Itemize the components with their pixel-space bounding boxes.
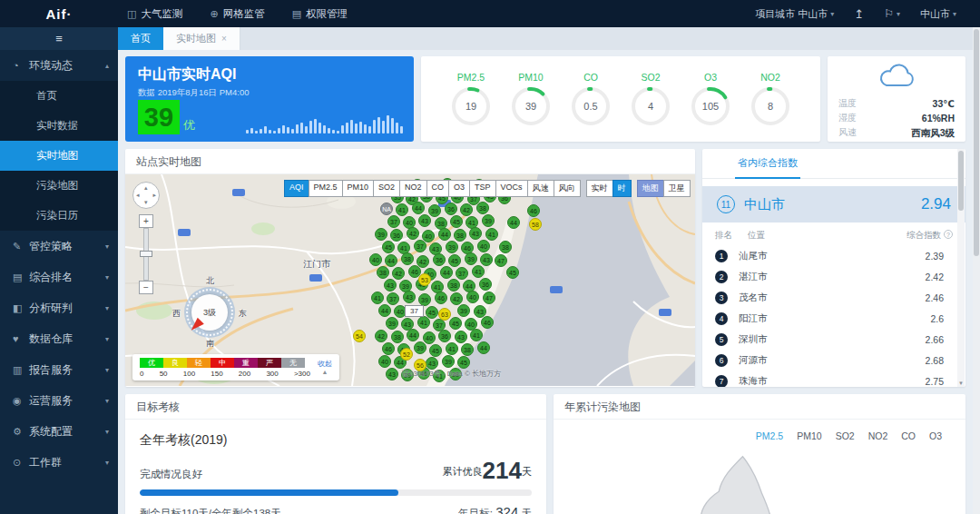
scroll-down-icon[interactable]: ▼ — [958, 381, 964, 386]
user-city-dropdown[interactable]: 中山市 ▾ — [920, 7, 956, 21]
tab-province-index[interactable]: 省内综合指数 — [735, 149, 800, 179]
station-marker[interactable]: 41 — [417, 316, 430, 329]
station-marker[interactable]: 47 — [495, 254, 507, 267]
station-marker[interactable]: 46 — [435, 292, 447, 304]
station-marker[interactable]: 39 — [465, 252, 477, 265]
topbar-menu-grid-supervision[interactable]: ⊕网格监管 — [210, 0, 264, 27]
station-marker[interactable]: 63 — [438, 308, 451, 321]
station-marker[interactable]: 36 — [445, 203, 457, 215]
map-pan-control[interactable]: ▴ ▾ ◂ ▸ — [132, 182, 160, 209]
station-marker[interactable]: 42 — [375, 330, 387, 342]
station-marker[interactable]: 41 — [446, 342, 458, 355]
station-marker[interactable]: 41 — [396, 203, 408, 216]
station-marker[interactable]: 39 — [446, 241, 458, 253]
zoom-slider[interactable] — [143, 228, 149, 281]
station-marker[interactable]: 39 — [375, 228, 387, 241]
station-marker[interactable]: 58 — [529, 218, 542, 231]
station-marker[interactable]: 45 — [382, 241, 395, 253]
station-marker[interactable]: 38 — [391, 331, 404, 343]
station-marker[interactable]: 44 — [407, 329, 419, 341]
map-btn-pm25[interactable]: PM2.5 — [309, 180, 343, 197]
station-marker[interactable]: 46 — [527, 204, 540, 217]
tab-home[interactable]: 首页 — [118, 27, 163, 50]
sidebar-item-pollution-calendar[interactable]: 污染日历 — [0, 201, 118, 231]
pollutant-tab-so2[interactable]: SO2 — [836, 430, 855, 441]
station-marker[interactable]: 37 — [456, 267, 468, 280]
page-scrollbar[interactable] — [973, 27, 980, 514]
close-icon[interactable]: × — [221, 27, 227, 50]
sidebar-group-control-strategy[interactable]: ✎管控策略▾ — [0, 231, 118, 262]
sidebar-item-home[interactable]: 首页 — [0, 81, 118, 111]
map-btn-o3[interactable]: O3 — [448, 180, 470, 197]
station-marker[interactable]: 42 — [392, 267, 405, 280]
sidebar-group-work-group[interactable]: ⊙工作群▾ — [0, 447, 118, 478]
sidebar-group-system-config[interactable]: ⚙系统配置▾ — [0, 416, 118, 447]
map-btn-so2[interactable]: SO2 — [373, 180, 400, 197]
station-marker[interactable]: 44 — [507, 216, 520, 229]
pollutant-tab-pm10[interactable]: PM10 — [797, 430, 821, 441]
station-marker[interactable]: 45 — [457, 356, 470, 369]
station-marker[interactable]: 37 — [387, 215, 400, 228]
station-marker[interactable]: 42 — [450, 292, 463, 305]
station-marker[interactable]: 45 — [448, 254, 461, 267]
rank-row-茂名市[interactable]: 3茂名市2.46 — [702, 287, 965, 308]
sidebar-group-operation-service[interactable]: ◉运营服务▾ — [0, 385, 118, 416]
station-marker[interactable]: 37 — [387, 292, 399, 305]
station-marker[interactable]: 46 — [481, 316, 494, 329]
station-marker[interactable]: 39 — [442, 355, 455, 368]
station-marker[interactable]: 38 — [461, 343, 474, 356]
station-marker[interactable]: 42 — [460, 203, 473, 216]
map-btn-tsp[interactable]: TSP — [469, 180, 496, 197]
legend-collapse-button[interactable]: 收起 ▲ — [318, 358, 332, 378]
station-marker[interactable]: 46 — [382, 342, 395, 355]
station-marker[interactable]: 40 — [369, 253, 382, 266]
map-time-btn-时[interactable]: 时 — [612, 180, 632, 197]
rank-row-珠海市[interactable]: 7珠海市2.75 — [702, 371, 965, 387]
pollutant-tab-co[interactable]: CO — [901, 430, 916, 441]
station-marker[interactable]: 45 — [506, 266, 519, 279]
sidebar-collapse-toggle[interactable]: ≡ — [0, 27, 118, 50]
station-marker[interactable]: 40 — [378, 355, 391, 368]
station-marker[interactable]: 43 — [469, 227, 482, 240]
station-marker[interactable]: 40 — [477, 240, 490, 252]
station-marker[interactable]: 40 — [466, 291, 479, 303]
station-marker[interactable]: 43 — [386, 368, 398, 381]
map-layer-btn-卫星[interactable]: 卫星 — [663, 180, 691, 197]
station-marker[interactable]: 39 — [457, 304, 470, 317]
station-marker[interactable]: 47 — [483, 292, 495, 304]
station-marker[interactable]: 39 — [418, 293, 431, 306]
station-marker[interactable]: 43 — [403, 291, 416, 303]
topbar-menu-permission-mgmt[interactable]: ▤权限管理 — [292, 0, 348, 27]
station-marker[interactable]: 43 — [418, 214, 431, 227]
map-time-btn-实时[interactable]: 实时 — [586, 180, 613, 197]
map-btn-风速[interactable]: 风速 — [527, 180, 554, 197]
station-marker[interactable]: 41 — [485, 228, 498, 241]
station-marker[interactable]: 44 — [378, 304, 391, 317]
rank-row-汕尾市[interactable]: 1汕尾市2.39 — [702, 245, 965, 266]
rank-scrollbar[interactable]: ▼ — [957, 149, 965, 387]
station-marker[interactable]: 39 — [386, 317, 398, 330]
rank-row-深圳市[interactable]: 5深圳市2.66 — [702, 329, 965, 350]
station-marker[interactable]: 37 — [414, 240, 426, 252]
station-marker[interactable]: NA — [380, 203, 393, 215]
zoom-out-button[interactable]: − — [139, 281, 153, 294]
station-marker[interactable]: 38 — [401, 252, 414, 265]
map-btn-风向[interactable]: 风向 — [554, 180, 581, 197]
map-btn-aqi[interactable]: AQI — [284, 180, 309, 197]
station-marker[interactable]: 54 — [353, 330, 366, 342]
station-marker[interactable]: 44 — [440, 266, 453, 279]
sidebar-item-realtime-map[interactable]: 实时地图 — [0, 141, 118, 171]
sidebar-item-pollution-map[interactable]: 污染地图 — [0, 171, 118, 201]
tab-realtime-map[interactable]: 实时地图× — [163, 27, 240, 50]
station-marker[interactable]: 44 — [438, 228, 451, 241]
station-marker[interactable]: 45 — [429, 344, 442, 357]
station-marker[interactable]: 36 — [390, 229, 403, 242]
station-marker[interactable]: 39 — [428, 204, 441, 217]
station-marker[interactable]: 44 — [385, 254, 397, 267]
station-marker[interactable]: 44 — [477, 341, 490, 354]
topbar-menu-air-monitor[interactable]: ◫大气监测 — [127, 0, 182, 27]
station-marker[interactable]: 41 — [472, 265, 485, 278]
station-marker[interactable]: 36 — [433, 253, 446, 266]
station-marker[interactable]: 40 — [423, 331, 436, 344]
sidebar-group-analysis-judge[interactable]: ◧分析研判▾ — [0, 292, 118, 323]
